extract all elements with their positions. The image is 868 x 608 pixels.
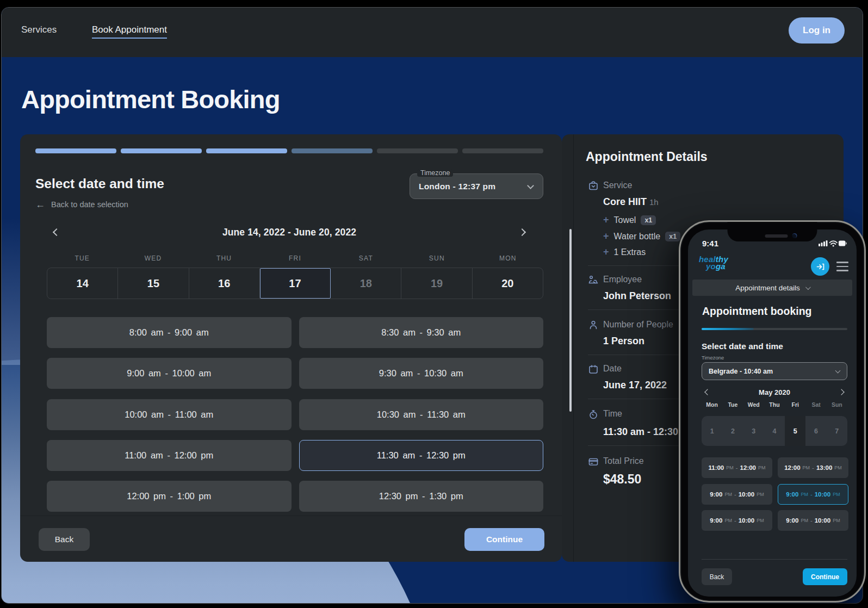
time-slot[interactable]: 8:30 am - 9:30 am [299,317,544,348]
progress-segment-empty [462,148,543,153]
progress-bar [35,148,543,153]
phone-mockup: 9:41 healthy yoga Appointment deta [679,220,866,603]
day-name: FRI [259,255,330,262]
back-to-date-link[interactable]: ← Back to date selection [35,200,128,209]
phone-details-bar[interactable]: Appointment details [692,280,852,296]
date-cell-15[interactable]: 15 [118,268,189,299]
phone-day-name: Tue [722,401,743,408]
timezone-select[interactable]: Timezone London - 12:37 pm [410,173,543,199]
phone-date-row: 1234567 [702,416,847,446]
healthy-yoga-logo: healthy yoga [699,256,728,270]
date-row: 14151617181920 [47,268,543,299]
day-name: TUE [47,255,117,262]
phone-status-icons [819,240,847,247]
phone-time-slot[interactable]: 9:00PM-10:00PM [778,510,848,531]
day-name: MON [473,255,543,262]
timezone-value: London - 12:37 pm [419,174,495,198]
phone-date-cell-1[interactable]: 1 [702,416,722,446]
details-title: Appointment Details [586,150,708,164]
login-button[interactable]: Log in [789,17,845,44]
date-cell-17[interactable]: 17 [260,268,331,299]
time-slot[interactable]: 12:00 pm - 1:00 pm [47,481,292,512]
booking-card: Select date and time Timezone London - 1… [20,134,562,562]
phone-date-cell-5[interactable]: 5 [785,416,805,446]
phone-camera [792,233,797,238]
panel-divider-line [573,134,574,562]
phone-date-cell-7[interactable]: 7 [827,416,847,446]
phone-date-cell-2[interactable]: 2 [722,416,743,446]
progress-segment-empty [377,148,458,153]
phone-back-button[interactable]: Back [702,568,732,585]
time-slot[interactable]: 9:30 am - 10:30 am [299,358,544,389]
phone-status-time: 9:41 [702,239,718,248]
phone-progress-bar [702,328,847,330]
phone-heading: Appointment booking [702,305,811,318]
time-slot[interactable]: 10:30 am - 11:30 am [299,399,544,430]
phone-screen: 9:41 healthy yoga Appointment deta [688,229,857,597]
date-icon [588,364,599,375]
phone-time-slots: 11:00PM-12:00PM12:00PM-13:00PM9:00PM-10:… [702,457,848,531]
chevron-down-icon [805,284,811,290]
phone-time-slot[interactable]: 9:00PM-10:00PM [702,484,772,505]
phone-date-cell-4[interactable]: 4 [764,416,785,446]
phone-timezone-select[interactable]: Belgrade - 10:40 am [702,362,847,380]
page-title: Appointment Booking [21,84,280,114]
phone-time-slot[interactable]: 9:00PM-10:00PM [778,484,848,505]
phone-day-name: Thu [764,401,785,408]
progress-segment-filled [121,148,202,153]
continue-button[interactable]: Continue [464,528,544,551]
chevron-down-icon [835,368,841,374]
phone-time-slot[interactable]: 11:00PM-12:00PM [702,457,772,478]
nav-services[interactable]: Services [21,24,57,35]
phone-day-name: Wed [743,401,764,408]
phone-login-button[interactable] [811,257,829,276]
phone-notch [728,222,817,241]
time-slot[interactable]: 9:00 am - 10:00 am [47,358,292,389]
time-slot[interactable]: 11:00 am - 12:00 pm [47,440,292,471]
nav-book-appointment[interactable]: Book Appointment [92,24,167,39]
people-value: 1 Person [603,336,644,347]
phone-time-slot[interactable]: 9:00PM-10:00PM [702,510,772,531]
extra-towel: +Towelx1 [603,214,656,226]
arrow-left-icon: ← [35,201,45,208]
total-price-icon [588,456,599,467]
date-cell-18[interactable]: 18 [331,268,401,299]
phone-continue-button[interactable]: Continue [803,568,847,585]
scrollbar-thumb[interactable] [569,229,572,412]
progress-segment-filled [35,148,116,153]
decorative-glow [2,218,20,365]
progress-segment-filled [206,148,287,153]
menu-icon[interactable] [836,262,848,274]
phone-section-heading: Select date and time [702,342,783,351]
phone-day-names: MonTueWedThuFriSatSun [702,401,847,408]
phone-speaker [765,234,788,238]
service-icon [588,180,599,191]
extra-water-bottle: +Water bottlex1 [603,231,680,242]
phone-time-slot[interactable]: 12:00PM-13:00PM [778,457,848,478]
phone-date-cell-6[interactable]: 6 [805,416,826,446]
footer-divider [20,516,562,516]
employee-icon [588,275,599,286]
date-cell-20[interactable]: 20 [473,268,543,299]
day-name: THU [189,255,259,262]
time-slot[interactable]: 11:30 am - 12:30 pm [299,440,544,471]
date-cell-14[interactable]: 14 [47,268,118,299]
service-label: Service [603,181,632,190]
time-slots: 8:00 am - 9:00 am9:00 am - 10:00 am10:00… [47,317,543,512]
phone-day-name: Sun [827,401,847,408]
time-slot[interactable]: 12:30 pm - 1:30 pm [299,481,544,512]
people-icon [588,320,599,331]
phone-month-nav: May 2020 [702,388,847,397]
time-slot[interactable]: 10:00 am - 11:00 am [47,399,292,430]
back-button[interactable]: Back [39,528,90,551]
step-heading: Select date and time [35,176,164,191]
progress-segment-partial [292,148,373,153]
extra-extras: +1 Extras [603,246,646,258]
date-cell-19[interactable]: 19 [401,268,472,299]
day-name: WED [117,255,188,262]
employee-label: Employee [603,275,642,284]
date-cell-16[interactable]: 16 [189,268,260,299]
time-slot[interactable]: 8:00 am - 9:00 am [47,317,292,348]
phone-date-cell-3[interactable]: 3 [743,416,764,446]
day-names-row: TUEWEDTHUFRISATSUNMON [47,255,543,262]
